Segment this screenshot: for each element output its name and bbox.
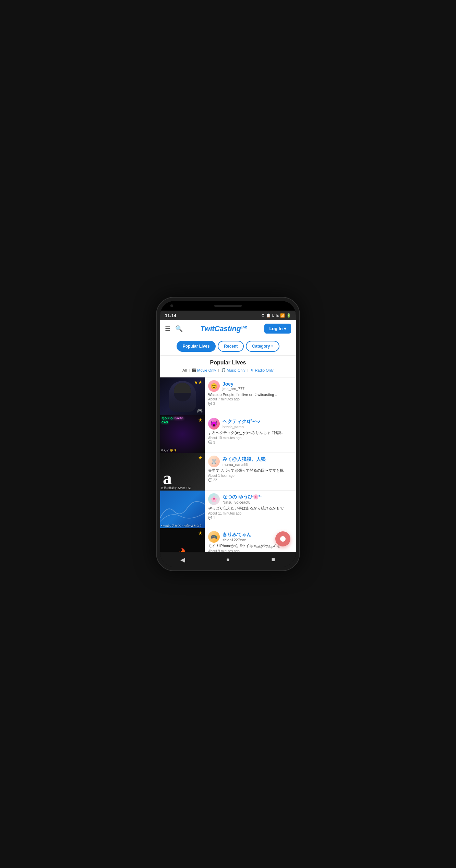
radio-icon: 🎙 — [250, 368, 254, 372]
stream-thumbnail-2: モンハン CAS hectic ★ やんぞ 😎✨ — [160, 415, 205, 453]
stars-2: ★ — [198, 417, 203, 423]
stream-info-4: 🌸 なつの ゆうひ🌸*· Natsu_voiceact8 やっぱり伝えたい事はあ… — [205, 491, 296, 528]
login-button[interactable]: Log In ▾ — [264, 324, 291, 334]
logo-container: TwitCastingLIVE — [200, 324, 247, 333]
avatar-2: 😈 — [208, 418, 220, 430]
app-content: ☰ 🔍 TwitCastingLIVE Log In ▾ Popular Liv… — [160, 320, 296, 552]
privacy-policy-note[interactable]: Privacy Policy — [251, 545, 273, 548]
status-icons: ⚙ 📋 LTE 📶 🔋 — [261, 313, 291, 318]
status-bar: 11:14 ⚙ 📋 LTE 📶 🔋 — [160, 311, 296, 320]
stars-3: ★ — [198, 455, 203, 460]
stream-meta-1: About 7 minutes ago — [208, 397, 292, 401]
comment-count-2: 💬 3 — [208, 441, 292, 444]
stream-item[interactable]: ★★ 🎮 😊 Joey jma_ren_777 — [160, 377, 296, 415]
app-header: ☰ 🔍 TwitCastingLIVE Log In ▾ — [160, 320, 296, 337]
stream-user-3: 🐰 みく@人狼殺、人狼 mumu_nana66 — [208, 456, 292, 467]
avatar-1: 😊 — [208, 380, 220, 392]
tab-recent[interactable]: Recent — [218, 341, 244, 352]
back-button[interactable]: ◀ — [178, 555, 188, 565]
settings-icon: ⚙ — [261, 313, 265, 318]
stream-desc-3: 壺男でツボって頑張って登るの回〜ママも挑.. — [208, 468, 292, 473]
stream-name-4: なつの ゆうひ🌸*· — [223, 494, 292, 500]
camera-dot — [170, 304, 173, 307]
stream-meta-5: About 9 minutes ago — [208, 549, 292, 552]
comment-count-4: 💬 1 — [208, 516, 292, 520]
bottom-navigation: ◀ ● ■ — [160, 552, 296, 567]
stream-thumbnail-3: a ★ 壺男に挑戦するの巻！笑 — [160, 453, 205, 491]
stream-name-3: みく@人狼殺、人狼 — [223, 456, 292, 462]
filter-radio[interactable]: 🎙 Radio Only — [250, 368, 273, 372]
stream-item[interactable]: やっぱりアカウント続けよかな？ 🌸 なつの ゆうひ🌸*· Natsu_voice… — [160, 491, 296, 528]
stream-desc-4: やっぱり伝えたい事はあるから続けるかもで.. — [208, 506, 292, 511]
phone-screen: 11:14 ⚙ 📋 LTE 📶 🔋 ☰ 🔍 TwitCastingLIVE — [160, 301, 296, 567]
stream-item[interactable]: モンハン CAS hectic ★ やんぞ 😎✨ — [160, 415, 296, 453]
stream-user-2: 😈 ヘクティクε(°•へ• hectic_sama — [208, 418, 292, 430]
hamburger-icon[interactable]: ☰ — [165, 325, 170, 333]
stream-info-3: 🐰 みく@人狼殺、人狼 mumu_nana66 壺男でツボって頑張って登るの回〜… — [205, 453, 296, 490]
section-header: Popular Lives All | 🎬 Movie Only | 🎵 Mus… — [160, 355, 296, 377]
home-icon: ● — [226, 556, 230, 563]
speaker-grille — [214, 305, 242, 307]
filter-all[interactable]: All — [182, 368, 187, 372]
avatar-4: 🌸 — [208, 493, 220, 505]
tab-category[interactable]: Category » — [246, 341, 279, 352]
stream-info-1: 😊 Joey jma_ren_777 Wassup People, I'm li… — [205, 377, 296, 415]
network-label: LTE — [272, 313, 279, 317]
stream-user-1: 😊 Joey jma_ren_777 — [208, 380, 292, 392]
stars-1: ★★ — [194, 379, 203, 385]
stream-desc-2: よろヘクティク(ø•̥̥̥_•̥̥̥ø)ぺろりんちょ #雑談.. — [208, 430, 292, 435]
fire-emoji: 🔥 — [177, 548, 189, 552]
user-details-1: Joey jma_ren_777 — [223, 381, 292, 391]
battery-icon: 🔋 — [286, 313, 291, 318]
user-details-3: みく@人狼殺、人狼 mumu_nana66 — [223, 456, 292, 467]
movie-icon: 🎬 — [192, 368, 196, 372]
stream-thumbnail-4: やっぱりアカウント続けよかな？ — [160, 491, 205, 528]
header-left: ☰ 🔍 — [165, 325, 183, 333]
filter-bar: All | 🎬 Movie Only | 🎵 Music Only | 🎙 Ra — [160, 366, 296, 375]
status-time: 11:14 — [165, 313, 176, 318]
user-details-2: ヘクティクε(°•へ• hectic_sama — [223, 419, 292, 429]
stream-meta-4: About 11 minutes ago — [208, 511, 292, 515]
stream-user-4: 🌸 なつの ゆうひ🌸*· Natsu_voiceact8 — [208, 493, 292, 505]
back-icon: ◀ — [180, 556, 185, 564]
stream-handle-4: Natsu_voiceact8 — [223, 500, 292, 504]
stream-handle-3: mumu_nana66 — [223, 462, 292, 467]
stream-thumbnail-5: ★ 🔥 — [160, 528, 205, 552]
recents-button[interactable]: ■ — [268, 555, 278, 565]
signal-icon: 📶 — [280, 313, 285, 318]
stream-handle-2: hectic_sama — [223, 425, 292, 429]
home-button[interactable]: ● — [223, 555, 233, 565]
stream-item[interactable]: a ★ 壺男に挑戦するの巻！笑 🐰 みく@人狼殺、人狼 mumu_nana66 — [160, 453, 296, 491]
stream-thumbnail-1: ★★ 🎮 — [160, 377, 205, 415]
phone-device: 11:14 ⚙ 📋 LTE 📶 🔋 ☰ 🔍 TwitCastingLIVE — [156, 297, 300, 571]
recents-icon: ■ — [272, 556, 275, 563]
record-dot — [280, 536, 286, 542]
stream-meta-3: About 1 hour ago — [208, 474, 292, 478]
app-logo: TwitCastingLIVE — [200, 324, 247, 333]
comment-count-3: 💬 22 — [208, 478, 292, 482]
filter-movie[interactable]: 🎬 Movie Only — [192, 368, 216, 372]
tab-popular-lives[interactable]: Popular Lives — [177, 341, 216, 352]
stream-name-2: ヘクティクε(°•へ• — [223, 419, 292, 425]
stream-desc-1: Wassup People, I'm live on #twitcasting … — [208, 393, 292, 397]
music-icon: 🎵 — [221, 368, 226, 372]
avatar-3: 🐰 — [208, 456, 220, 467]
filter-music[interactable]: 🎵 Music Only — [221, 368, 245, 372]
clipboard-icon: 📋 — [266, 313, 271, 318]
record-fab[interactable] — [275, 531, 290, 546]
thumb-label-4: やっぱりアカウント続けよかな？ — [161, 524, 204, 528]
avatar-5: 🎮 — [208, 531, 220, 543]
thumb-label-2: やんぞ 😎✨ — [161, 449, 204, 452]
stream-name-1: Joey — [223, 381, 292, 387]
comment-count-1: 💬 3 — [208, 402, 292, 406]
stream-info-2: 😈 ヘクティクε(°•へ• hectic_sama よろヘクティク(ø•̥̥̥_… — [205, 415, 296, 453]
section-title: Popular Lives — [160, 360, 296, 366]
phone-top-bar — [160, 301, 296, 311]
stream-meta-2: About 10 minutes ago — [208, 436, 292, 440]
user-details-4: なつの ゆうひ🌸*· Natsu_voiceact8 — [223, 494, 292, 504]
thumb-label-3: 壺男に挑戦するの巻！笑 — [161, 486, 204, 490]
stream-handle-1: jma_ren_777 — [223, 387, 292, 391]
stream-list: ★★ 🎮 😊 Joey jma_ren_777 — [160, 377, 296, 552]
stars-5: ★ — [198, 530, 203, 536]
search-icon[interactable]: 🔍 — [175, 325, 183, 333]
